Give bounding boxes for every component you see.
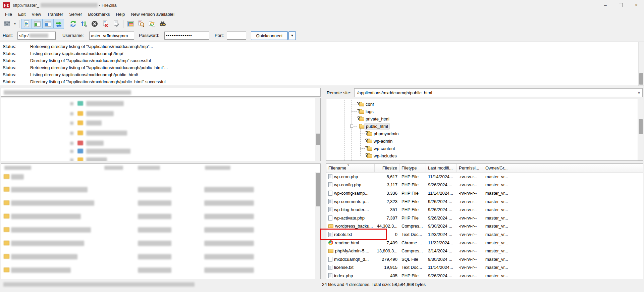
remote-tree-scrollbar[interactable] [638,99,643,160]
file-row[interactable]: phpMyAdmin-5....13,809,3...Compres...3/1… [326,247,643,255]
file-size-cell: 3,336 [375,191,399,196]
reconnect-button[interactable] [111,19,121,29]
file-row[interactable]: index.php405PHP File9/26/2024 ...-rw-rw-… [326,272,643,279]
minimize-button[interactable]: – [598,0,613,10]
file-icon [328,199,332,204]
local-list-scrollbar[interactable] [315,172,320,279]
log-scrollbar-thumb[interactable] [639,73,643,85]
tree-item-private_html[interactable]: ?private_html [357,115,391,123]
host-input[interactable]: sftp:/ [17,32,56,40]
file-row[interactable]: wp-cron.php5,617PHP File11/14/2024...-rw… [326,173,643,181]
menu-item-bookmarks[interactable]: Bookmarks [85,11,113,18]
tree-connector [352,119,357,119]
tree-item-phpmyadmin[interactable]: ?phpmyadmin [365,130,400,137]
file-type-cell: Chrome ... [399,240,426,245]
menu-item-view[interactable]: View [29,11,44,18]
site-manager-button[interactable] [2,19,12,29]
collapse-expander-icon[interactable] [350,125,353,128]
file-owner-cell: master_vr... [483,207,512,212]
redacted-column-header [4,166,31,170]
file-name-cell: wp-activate.php [326,215,375,221]
disconnect-button[interactable] [100,19,111,29]
quickconnect-button[interactable]: Quickconnect [251,31,288,40]
file-name-cell: license.txt [326,265,375,270]
file-size-cell: 7,409 [375,240,399,245]
file-type-cell: PHP File [399,207,426,212]
file-modified-cell: 9/26/2024 ... [426,182,457,187]
menu-item-edit[interactable]: Edit [15,11,29,18]
local-tree-scrollbar[interactable] [315,98,320,161]
tree-item-wp-content[interactable]: ?wp-content [365,145,396,152]
toggle-local-tree-button[interactable] [32,19,43,29]
file-owner-cell: master_vr... [483,215,512,221]
site-manager-dropdown-button[interactable]: ▾ [12,19,17,29]
tree-item-clipped[interactable]: ? [357,159,367,161]
local-tree-pane[interactable] [1,98,321,161]
menu-item-transfer[interactable]: Transfer [44,11,66,18]
tree-item-logs[interactable]: ?logs [357,108,375,115]
tree-item-wp-admin[interactable]: ?wp-admin [365,137,394,145]
file-row[interactable]: wp-blog-header....351PHP File9/26/2024 .… [326,205,643,214]
redacted-folder-icon [4,214,9,218]
log-line-message: Retrieving directory listing of "/applic… [30,64,168,71]
column-header-ownergr[interactable]: Owner/Gr... [483,164,512,172]
local-site-bar[interactable] [1,88,321,97]
file-icon [328,215,332,221]
window-title: sftp://master_ - FileZilla [13,3,116,8]
menu-item-server[interactable]: Server [66,11,85,18]
quickconnect-dropdown-button[interactable]: ▼ [288,31,296,40]
redacted-tree-expander [70,132,73,135]
chevron-down-icon[interactable]: ∨ [638,91,640,95]
file-row[interactable]: wp-config.php3,117PHP File9/26/2024 ...-… [326,181,643,189]
redacted-tree-label [86,149,130,154]
redacted-column-header [104,166,123,170]
filter-button[interactable] [125,19,136,29]
tree-connector [352,104,357,104]
file-row[interactable]: wp-comments-p...2,323PHP File9/26/2024 .… [326,197,643,206]
file-row[interactable]: mxddcuamqh_d...279,490SQL File9/30/2024 … [326,255,643,263]
toggle-local-tree-icon [34,20,41,28]
toggle-message-log-button[interactable] [21,19,32,29]
file-row[interactable]: wp-activate.php7,387PHP File9/26/2024 ..… [326,214,643,222]
file-row[interactable]: wp-config-samp...3,336PHP File11/14/2024… [326,189,643,197]
folder-question-icon: ? [365,146,372,151]
menu-item-new-version-available[interactable]: New version available! [128,11,177,18]
column-header-filesize[interactable]: Filesize [375,164,399,172]
find-files-button[interactable] [157,19,168,29]
file-name-cell: wp-config-samp... [326,191,375,196]
file-size-cell: 2,323 [375,199,399,204]
column-header-filetype[interactable]: Filetype [399,164,426,172]
refresh-button[interactable] [68,19,78,29]
remote-site-dropdown[interactable]: /applications/mxddcuamqh/public_html ∨ [354,88,643,97]
local-tree-scrollbar-thumb[interactable] [316,134,320,145]
column-header-lastmodifi[interactable]: Last modifi... [426,164,457,172]
toggle-transfer-queue-button[interactable] [53,19,64,29]
close-button[interactable]: × [629,0,644,10]
tree-item-conf[interactable]: ?conf [357,100,375,108]
username-input[interactable] [89,32,134,40]
cancel-button[interactable] [89,19,100,29]
column-header-permissi[interactable]: Permissi... [457,164,483,172]
tree-item-public_html[interactable]: public_html [357,123,390,130]
file-row[interactable]: license.txt19,915Text Doc...11/14/2024..… [326,263,643,272]
port-input[interactable] [227,32,246,40]
synchronized-browsing-button[interactable] [147,19,157,29]
menu-item-help[interactable]: Help [113,11,128,18]
local-file-list-pane[interactable] [1,163,321,279]
column-header-filename[interactable]: Filename [326,164,375,172]
password-input[interactable] [164,32,209,40]
log-scrollbar[interactable] [638,42,644,86]
menu-item-file[interactable]: File [2,11,15,18]
local-list-scrollbar-thumb[interactable] [316,173,320,206]
folder-question-icon: ? [365,153,372,158]
file-modified-cell: 9/26/2024 ... [426,273,457,278]
log-line-message: Listing directory /applications/mxddcuam… [30,50,123,57]
directory-comparison-button[interactable] [136,19,147,29]
folder-question-icon: ? [357,109,364,114]
toggle-remote-tree-button[interactable] [43,19,53,29]
remote-tree-scrollbar-thumb[interactable] [639,119,643,134]
tree-item-wp-includes[interactable]: ?wp-includes [365,152,398,159]
restore-button[interactable] [613,0,629,10]
file-type-cell: Text Doc... [399,265,426,270]
process-queue-button[interactable] [78,19,89,29]
